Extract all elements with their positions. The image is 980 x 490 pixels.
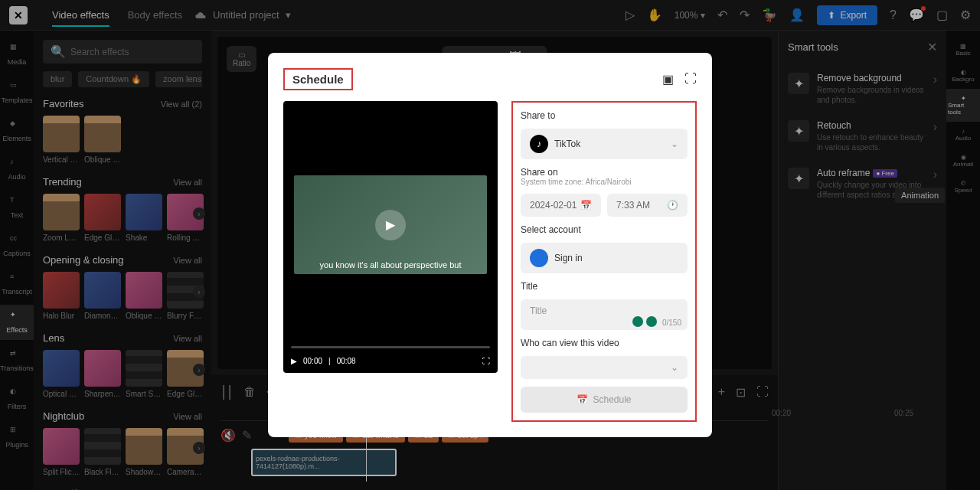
play-small-icon[interactable]: ▶ — [291, 357, 297, 365]
privacy-select[interactable]: ⌄ — [521, 356, 688, 379]
date-input[interactable]: 2024-02-01📅 — [521, 194, 601, 217]
present-icon[interactable]: ▣ — [662, 72, 674, 87]
chevron-down-icon: ⌄ — [671, 139, 678, 149]
schedule-button[interactable]: 📅 Schedule — [521, 387, 688, 413]
title-label: Title — [521, 281, 688, 292]
char-count: 0/150 — [662, 318, 681, 327]
chevron-down-icon: ⌄ — [671, 362, 678, 373]
calendar-icon: 📅 — [580, 200, 592, 211]
schedule-form: Share to ♪ TikTok ⌄ Share on System time… — [511, 101, 697, 422]
user-avatar-icon — [530, 249, 548, 267]
fullscreen-icon[interactable]: ⛶ — [482, 357, 490, 365]
timezone-label: System time zone: Africa/Nairobi — [521, 178, 688, 186]
modal-preview: ▶ you know it's all about perspective bu… — [283, 101, 498, 373]
grammarly-icon[interactable] — [646, 316, 657, 327]
modal-overlay: Schedule ▣ ⛶ ▶ you know it's all about p… — [0, 0, 980, 490]
share-to-label: Share to — [521, 110, 688, 121]
signin-button[interactable]: Sign in — [521, 243, 688, 273]
platform-select[interactable]: ♪ TikTok ⌄ — [521, 129, 688, 159]
expand-icon[interactable]: ⛶ — [684, 72, 697, 87]
clock-icon: 🕐 — [667, 200, 678, 211]
select-account-label: Select account — [521, 224, 688, 235]
grammarly-icon[interactable] — [632, 316, 643, 327]
modal-title: Schedule — [283, 68, 353, 90]
tiktok-icon: ♪ — [530, 135, 548, 153]
title-input[interactable]: Title 0/150 — [521, 299, 688, 330]
preview-caption: you know it's all about perspective but — [294, 260, 487, 270]
privacy-label: Who can view this video — [521, 338, 688, 348]
share-on-label: Share on — [521, 167, 688, 178]
play-button[interactable]: ▶ — [375, 210, 406, 240]
progress-bar[interactable] — [291, 346, 490, 348]
time-input[interactable]: 7:33 AM🕐 — [607, 194, 688, 217]
schedule-modal: Schedule ▣ ⛶ ▶ you know it's all about p… — [268, 53, 712, 437]
